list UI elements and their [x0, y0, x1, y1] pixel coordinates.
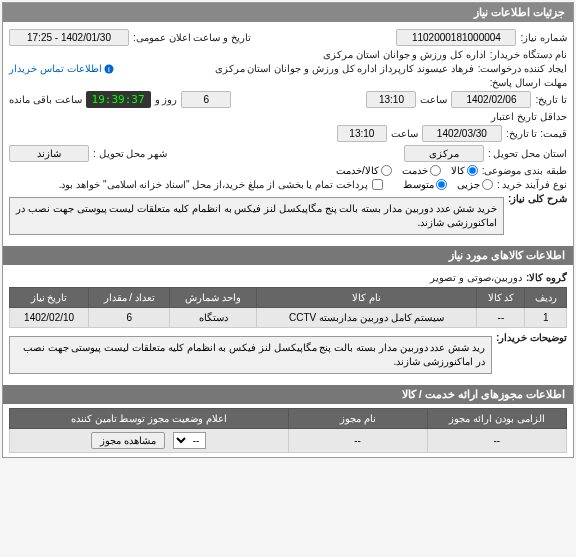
buyer-value: اداره کل ورزش و جوانان استان مرکزی [323, 49, 486, 60]
col-code: کد کالا [477, 288, 525, 308]
province-label: استان محل تحویل : [488, 148, 567, 159]
radio-minor[interactable]: جزیی [457, 179, 493, 190]
requester-label: ایجاد کننده درخواست: [478, 63, 567, 74]
permits-header: اطلاعات مجوزهای ارائه خدمت / کالا [3, 385, 573, 404]
summary-label: شرح کلی نیاز: [508, 193, 567, 204]
send-time-value: 13:10 [366, 91, 416, 108]
svg-text:i: i [108, 65, 110, 74]
info-icon: i [104, 64, 114, 74]
classification-label: طبقه بندی موضوعی: [482, 165, 567, 176]
validity-time-label: ساعت [391, 128, 418, 139]
permit-col-mandatory: الزامی بودن ارائه مجوز [427, 409, 566, 429]
send-date-value: 1402/02/06 [451, 91, 531, 108]
contact-info-link[interactable]: i اطلاعات تماس خریدار [9, 63, 114, 74]
cell-qty: 6 [89, 308, 170, 328]
radio-minor-input[interactable] [482, 179, 493, 190]
cell-code: -- [477, 308, 525, 328]
payment-note: پرداخت تمام یا بخشی از مبلغ خرید،از محل … [59, 179, 368, 190]
buyer-note-label: توضیحات خریدار: [496, 332, 567, 343]
summary-text: خرید شش عدد دوربین مدار بسته بالت پنج مگ… [9, 197, 504, 235]
validity-label: حداقل تاریخ اعتبار [491, 111, 567, 122]
radio-goods[interactable]: کالا [451, 165, 478, 176]
cell-date: 1402/02/10 [10, 308, 89, 328]
radio-goods-input[interactable] [467, 165, 478, 176]
radio-service[interactable]: خدمت [402, 165, 441, 176]
radio-medium[interactable]: متوسط [403, 179, 447, 190]
permit-status-cell: -- مشاهده مجوز [10, 429, 289, 453]
contact-link-label: اطلاعات تماس خریدار [9, 63, 102, 74]
validity-time-value: 13:10 [337, 125, 387, 142]
requester-value: فرهاد عیسوند کارپرداز اداره کل ورزش و جو… [215, 63, 474, 74]
need-number-value: 1102000181000004 [396, 29, 516, 46]
countdown-timer: 19:39:37 [86, 91, 151, 108]
need-details-panel: جزئیات اطلاعات نیاز شماره نیاز: 11020001… [2, 2, 574, 458]
remaining-label: ساعت باقی مانده [9, 94, 82, 105]
radio-goods-service-input[interactable] [381, 165, 392, 176]
col-unit: واحد شمارش [170, 288, 257, 308]
permit-mandatory: -- [427, 429, 566, 453]
city-value: شازند [9, 145, 89, 162]
validity-date-value: 1402/03/30 [422, 125, 502, 142]
permit-name: -- [288, 429, 427, 453]
city-label: شهر محل تحویل : [93, 148, 167, 159]
radio-goods-service[interactable]: کالا/خدمت [336, 165, 392, 176]
days-label: روز و [155, 94, 178, 105]
days-value: 6 [181, 91, 231, 108]
goods-table: ردیف کد کالا نام کالا واحد شمارش تعداد /… [9, 287, 567, 328]
classification-radio-group: کالا خدمت کالا/خدمت [336, 165, 478, 176]
goods-group-value: دوربین،صوتی و تصویر [430, 272, 522, 283]
cell-unit: دستگاه [170, 308, 257, 328]
cell-name: سیستم کامل دوربین مداربسته CCTV [257, 308, 477, 328]
col-name: نام کالا [257, 288, 477, 308]
permit-col-status: اعلام وضعیت مجوز توسط تامین کننده [10, 409, 289, 429]
col-date: تاریخ نیاز [10, 288, 89, 308]
radio-service-input[interactable] [430, 165, 441, 176]
treasury-checkbox[interactable] [372, 179, 383, 190]
purchase-type-radio-group: جزیی متوسط [403, 179, 493, 190]
permits-table: الزامی بودن ارائه مجوز نام مجوز اعلام وض… [9, 408, 567, 453]
radio-medium-input[interactable] [436, 179, 447, 190]
send-deadline-label: مهلت ارسال پاسخ: [490, 77, 567, 88]
purchase-type-label: نوع فرآیند خرید : [497, 179, 567, 190]
permit-status-select[interactable]: -- [173, 432, 206, 449]
send-time-label: ساعت [420, 94, 447, 105]
col-idx: ردیف [525, 288, 567, 308]
panel-header-need: جزئیات اطلاعات نیاز [3, 3, 573, 22]
goods-info-header: اطلاعات کالاهای مورد نیاز [3, 246, 573, 265]
validity-until-label: قیمت: تا تاریخ: [506, 128, 567, 139]
province-value: مرکزی [404, 145, 484, 162]
send-until-label: تا تاریخ: [535, 94, 567, 105]
announce-date-label: تاریخ و ساعت اعلان عمومی: [133, 32, 251, 43]
buyer-label: نام دستگاه خریدار: [490, 49, 567, 60]
permit-col-name: نام مجوز [288, 409, 427, 429]
col-qty: تعداد / مقدار [89, 288, 170, 308]
goods-group-label: گروه کالا: [526, 272, 567, 283]
need-number-label: شماره نیاز: [520, 32, 567, 43]
buyer-note-text: رید شش عدد دوربین مدار بسته بالت پنج مگا… [9, 336, 492, 374]
cell-idx: 1 [525, 308, 567, 328]
table-row: 1 -- سیستم کامل دوربین مداربسته CCTV دست… [10, 308, 567, 328]
announce-date-value: 1402/01/30 - 17:25 [9, 29, 129, 46]
view-permit-button[interactable]: مشاهده مجوز [91, 432, 165, 449]
permit-row: -- -- -- مشاهده مجوز [10, 429, 567, 453]
